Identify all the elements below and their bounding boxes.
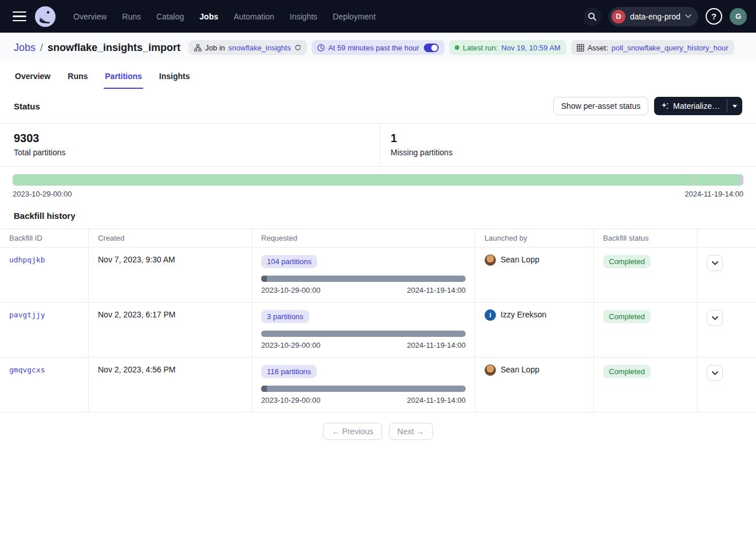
col-launched-by: Launched by: [475, 229, 594, 247]
total-partitions-stat: 9303 Total partitions: [0, 124, 380, 166]
search-icon[interactable]: [583, 7, 601, 26]
user-avatar[interactable]: G: [730, 8, 747, 25]
launched-by-name: Sean Lopp: [501, 365, 540, 374]
latest-run-label: Latest run:: [463, 44, 498, 52]
materialize-button[interactable]: Materialize…: [654, 97, 727, 115]
backfill-range-end: 2024-11-19-14:00: [407, 396, 466, 405]
row-expand-button[interactable]: [707, 365, 723, 381]
col-created: Created: [89, 229, 252, 247]
nav-item-catalog[interactable]: Catalog: [156, 12, 184, 21]
tab-overview[interactable]: Overview: [14, 62, 52, 89]
clock-icon: [317, 44, 325, 52]
help-icon[interactable]: ?: [706, 8, 722, 25]
created-cell: Nov 2, 2023, 6:17 PM: [89, 303, 252, 357]
chevron-down-icon: [712, 316, 718, 320]
col-actions: [698, 229, 756, 247]
created-cell: Nov 7, 2023, 9:30 AM: [89, 248, 252, 302]
partition-stats: 9303 Total partitions 1 Missing partitio…: [0, 124, 756, 167]
missing-partitions-stat: 1 Missing partitions: [380, 124, 466, 166]
dagster-logo-icon[interactable]: [34, 6, 56, 28]
table-row: gmqvgcxs Nov 2, 2023, 4:56 PM 116 partit…: [0, 358, 756, 413]
tab-runs[interactable]: Runs: [66, 62, 89, 89]
launched-by-name: Izzy Erekson: [501, 310, 546, 319]
nav-item-overview[interactable]: Overview: [73, 12, 107, 21]
requested-cell: 3 partitions 2023-10-29-00:00 2024-11-19…: [252, 303, 475, 357]
avatar: [485, 364, 496, 376]
partitions-count-pill[interactable]: 3 partitions: [261, 310, 309, 323]
col-backfill-id: Backfill ID: [0, 229, 89, 247]
top-nav: Overview Runs Catalog Jobs Automation In…: [0, 0, 756, 33]
pagination: ← Previous Next →: [0, 413, 756, 450]
col-requested: Requested: [252, 229, 475, 247]
missing-partition-segment: [739, 174, 743, 186]
table-row: udhpqjkb Nov 7, 2023, 9:30 AM 104 partit…: [0, 248, 756, 303]
nav-item-insights[interactable]: Insights: [290, 12, 317, 21]
backfill-progress-bar: [261, 276, 466, 282]
schedule-toggle[interactable]: [424, 44, 439, 52]
launched-by-name: Sean Lopp: [501, 255, 540, 264]
latest-run-time-link[interactable]: Nov 19, 10:59 AM: [501, 44, 560, 52]
backfill-range-start: 2023-10-29-00:00: [261, 341, 320, 349]
requested-cell: 104 partitions 2023-10-29-00:00 2024-11-…: [252, 248, 475, 302]
asset-badge: Asset: poll_snowflake_query_history_hour: [571, 40, 734, 55]
asset-link[interactable]: poll_snowflake_query_history_hour: [612, 44, 729, 52]
breadcrumb-jobs-link[interactable]: Jobs: [14, 42, 36, 54]
status-badge: Completed: [603, 310, 651, 323]
menu-icon[interactable]: [13, 11, 26, 22]
range-end-label: 2024-11-19-14:00: [685, 190, 743, 198]
total-partitions-label: Total partitions: [14, 148, 366, 157]
table-row: pavgtjjy Nov 2, 2023, 6:17 PM 3 partitio…: [0, 303, 756, 358]
backfill-table-header: Backfill ID Created Requested Launched b…: [0, 229, 756, 248]
avatar: I: [485, 309, 496, 321]
job-location-badge: Job in snowflake_insights: [188, 40, 307, 55]
backfill-id-link[interactable]: gmqvgcxs: [9, 366, 45, 374]
chevron-down-icon: [712, 261, 718, 265]
status-badge: Completed: [603, 365, 651, 378]
requested-cell: 116 partitions 2023-10-29-00:00 2024-11-…: [252, 358, 475, 412]
partitions-count-pill[interactable]: 116 partitions: [261, 365, 317, 378]
tab-partitions[interactable]: Partitions: [104, 62, 143, 89]
row-expand-button[interactable]: [707, 310, 723, 326]
status-badge: Completed: [603, 255, 651, 268]
nav-item-deployment[interactable]: Deployment: [333, 12, 376, 21]
code-location-link[interactable]: snowflake_insights: [229, 44, 291, 52]
nav-item-runs[interactable]: Runs: [122, 12, 141, 21]
backfill-range-end: 2024-11-19-14:00: [407, 286, 466, 294]
run-status-dot: [455, 45, 459, 50]
missing-partitions-label: Missing partitions: [391, 148, 452, 157]
primary-nav: Overview Runs Catalog Jobs Automation In…: [73, 12, 376, 21]
next-page-button[interactable]: Next →: [389, 423, 433, 440]
missing-partitions-value: 1: [391, 132, 452, 145]
breadcrumb-separator: /: [40, 42, 43, 54]
show-per-asset-status-button[interactable]: Show per-asset status: [553, 97, 649, 115]
chevron-down-icon: [685, 14, 691, 18]
range-start-label: 2023-10-29-00:00: [13, 190, 72, 198]
breadcrumb: Jobs / snowflake_insights_import: [14, 42, 180, 54]
deployment-name: data-eng-prod: [630, 12, 680, 21]
backfill-progress-bar: [261, 386, 466, 392]
previous-page-button[interactable]: ← Previous: [323, 423, 381, 440]
reload-icon[interactable]: [294, 44, 301, 51]
nav-item-automation[interactable]: Automation: [234, 12, 274, 21]
partitions-count-pill[interactable]: 104 partitions: [261, 255, 317, 268]
materialize-dropdown-button[interactable]: [727, 97, 742, 115]
partition-status-bar[interactable]: [13, 174, 743, 186]
schedule-badge: At 59 minutes past the hour: [312, 40, 444, 55]
chevron-down-icon: [712, 371, 718, 375]
nav-item-jobs[interactable]: Jobs: [199, 12, 218, 21]
row-expand-button[interactable]: [707, 255, 723, 271]
backfill-id-link[interactable]: udhpqjkb: [9, 256, 45, 264]
status-section-header: Status Show per-asset status Materialize…: [0, 89, 756, 124]
backfill-id-link[interactable]: pavgtjjy: [9, 311, 45, 319]
materialize-split-button: Materialize…: [654, 97, 742, 115]
backfill-range-start: 2023-10-29-00:00: [261, 396, 320, 405]
page-header: Jobs / snowflake_insights_import Job in …: [0, 33, 756, 62]
backfill-range-end: 2024-11-19-14:00: [407, 341, 466, 349]
materialize-label: Materialize…: [673, 101, 720, 111]
total-partitions-value: 9303: [14, 132, 366, 145]
failed-partition-marker: [693, 174, 694, 186]
deployment-switcher[interactable]: D data-eng-prod: [609, 7, 698, 26]
schedule-label: At 59 minutes past the hour: [328, 44, 419, 52]
graph-icon: [194, 44, 202, 52]
tab-insights[interactable]: Insights: [158, 62, 191, 89]
